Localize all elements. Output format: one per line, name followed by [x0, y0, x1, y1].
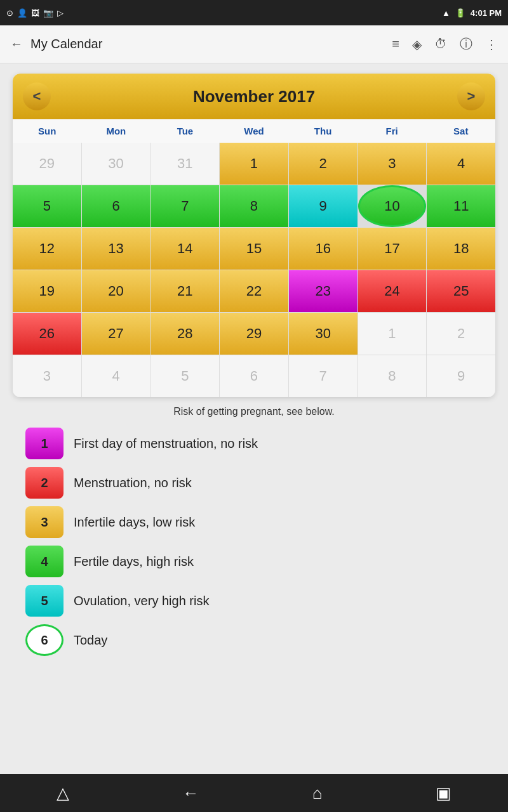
- app-bar-actions: ≡ ◈ ⏱ ⓘ ⋮: [392, 36, 498, 53]
- cal-cell-31[interactable]: 29: [220, 313, 288, 355]
- cal-cell-38[interactable]: 6: [220, 355, 288, 397]
- prev-month-button[interactable]: <: [23, 82, 51, 110]
- cal-cell-3[interactable]: 1: [220, 143, 288, 185]
- cal-cell-33[interactable]: 1: [358, 313, 427, 355]
- cal-cell-6[interactable]: 4: [427, 143, 495, 185]
- legend-label-1: Menstruation, no risk: [74, 476, 192, 490]
- cal-cell-25[interactable]: 23: [289, 270, 358, 312]
- back-button[interactable]: ←: [10, 37, 23, 51]
- day-header-tue: Tue: [150, 119, 220, 143]
- bottom-icon-0[interactable]: △: [57, 783, 69, 803]
- cal-cell-36[interactable]: 4: [82, 355, 150, 397]
- cal-cell-11[interactable]: 9: [289, 185, 358, 227]
- cal-cell-4[interactable]: 2: [289, 143, 358, 185]
- cal-cell-15[interactable]: 13: [82, 228, 150, 270]
- status-bar: ⊙ 👤 🖼 📷 ▷ ▲ 🔋 4:01 PM: [0, 0, 508, 25]
- more-icon[interactable]: ⋮: [485, 37, 498, 52]
- legend-box-4: 5: [25, 585, 64, 617]
- cal-cell-21[interactable]: 19: [13, 270, 81, 312]
- calendar-header: < November 2017 >: [13, 74, 495, 119]
- cal-cell-18[interactable]: 16: [289, 228, 358, 270]
- bottom-bar: △←⌂▣: [0, 774, 508, 812]
- legend: 1First day of menstruation, no risk2Mens…: [13, 422, 495, 670]
- status-icons: ⊙ 👤 🖼 📷 ▷: [6, 8, 64, 18]
- legend-label-0: First day of menstruation, no risk: [74, 436, 258, 451]
- cal-cell-5[interactable]: 3: [358, 143, 427, 185]
- legend-item-0: 1First day of menstruation, no risk: [25, 428, 483, 459]
- cal-cell-37[interactable]: 5: [150, 355, 219, 397]
- cal-cell-1[interactable]: 30: [82, 143, 150, 185]
- wifi-icon: ▲: [442, 8, 450, 18]
- day-headers: SunMonTueWedThuFriSat: [13, 119, 495, 143]
- cal-cell-30[interactable]: 28: [150, 313, 219, 355]
- status-right: ▲ 🔋 4:01 PM: [442, 8, 502, 18]
- day-header-wed: Wed: [220, 119, 289, 143]
- status-icon-1: ⊙: [6, 8, 13, 18]
- cal-cell-10[interactable]: 8: [220, 185, 288, 227]
- bottom-icon-2[interactable]: ⌂: [312, 783, 323, 803]
- legend-item-4: 5Ovulation, very high risk: [25, 585, 483, 617]
- legend-box-2: 3: [25, 506, 64, 538]
- time-display: 4:01 PM: [471, 8, 502, 18]
- status-icon-5: ▷: [57, 8, 64, 18]
- cal-cell-29[interactable]: 27: [82, 313, 150, 355]
- day-header-fri: Fri: [358, 119, 427, 143]
- page-title: My Calendar: [30, 37, 102, 51]
- cal-cell-24[interactable]: 22: [220, 270, 288, 312]
- status-icon-3: 🖼: [31, 8, 39, 18]
- cal-cell-23[interactable]: 21: [150, 270, 219, 312]
- cal-cell-41[interactable]: 9: [427, 355, 495, 397]
- day-header-sat: Sat: [426, 119, 495, 143]
- cal-cell-16[interactable]: 14: [150, 228, 219, 270]
- app-bar: ← My Calendar ≡ ◈ ⏱ ⓘ ⋮: [0, 25, 508, 63]
- app-bar-left: ← My Calendar: [10, 37, 102, 51]
- drop-icon[interactable]: ◈: [412, 37, 422, 52]
- legend-box-0: 1: [25, 428, 64, 459]
- legend-box-5: 6: [25, 624, 64, 656]
- legend-item-1: 2Menstruation, no risk: [25, 467, 483, 499]
- legend-label-5: Today: [74, 633, 107, 648]
- legend-box-3: 4: [25, 546, 64, 577]
- month-title: November 2017: [51, 87, 457, 107]
- cal-cell-7[interactable]: 5: [13, 185, 81, 227]
- cal-cell-32[interactable]: 30: [289, 313, 358, 355]
- cal-cell-26[interactable]: 24: [358, 270, 427, 312]
- cal-cell-14[interactable]: 12: [13, 228, 81, 270]
- status-icon-4: 📷: [43, 8, 53, 18]
- cal-cell-2[interactable]: 31: [150, 143, 219, 185]
- info-text: Risk of getting pregnant, see below.: [13, 397, 495, 422]
- list-icon[interactable]: ≡: [392, 37, 399, 51]
- bottom-icon-3[interactable]: ▣: [436, 783, 451, 803]
- calendar-container: < November 2017 > SunMonTueWedThuFriSat …: [13, 74, 495, 397]
- legend-box-1: 2: [25, 467, 64, 499]
- battery-icon: 🔋: [455, 8, 465, 18]
- legend-label-4: Ovulation, very high risk: [74, 594, 209, 608]
- cal-cell-0[interactable]: 29: [13, 143, 81, 185]
- cal-cell-17[interactable]: 15: [220, 228, 288, 270]
- bottom-icon-1[interactable]: ←: [182, 783, 199, 803]
- info-icon[interactable]: ⓘ: [460, 36, 472, 53]
- main-content: < November 2017 > SunMonTueWedThuFriSat …: [0, 63, 508, 774]
- cal-cell-35[interactable]: 3: [13, 355, 81, 397]
- cal-cell-9[interactable]: 7: [150, 185, 219, 227]
- legend-item-2: 3Infertile days, low risk: [25, 506, 483, 538]
- cal-cell-28[interactable]: 26: [13, 313, 81, 355]
- cal-cell-34[interactable]: 2: [427, 313, 495, 355]
- cal-cell-39[interactable]: 7: [289, 355, 358, 397]
- cal-cell-19[interactable]: 17: [358, 228, 427, 270]
- cal-cell-20[interactable]: 18: [427, 228, 495, 270]
- cal-cell-8[interactable]: 6: [82, 185, 150, 227]
- cal-cell-13[interactable]: 11: [427, 185, 495, 227]
- calendar-grid: 2930311234567891011121314151617181920212…: [13, 143, 495, 397]
- cal-cell-22[interactable]: 20: [82, 270, 150, 312]
- next-month-button[interactable]: >: [457, 82, 485, 110]
- legend-label-3: Fertile days, high risk: [74, 554, 194, 569]
- status-icon-2: 👤: [17, 8, 27, 18]
- clock-icon[interactable]: ⏱: [434, 37, 447, 51]
- day-header-sun: Sun: [13, 119, 82, 143]
- cal-cell-12[interactable]: 10: [358, 185, 427, 227]
- cal-cell-40[interactable]: 8: [358, 355, 427, 397]
- cal-cell-27[interactable]: 25: [427, 270, 495, 312]
- legend-item-5: 6Today: [25, 624, 483, 656]
- legend-label-2: Infertile days, low risk: [74, 515, 195, 530]
